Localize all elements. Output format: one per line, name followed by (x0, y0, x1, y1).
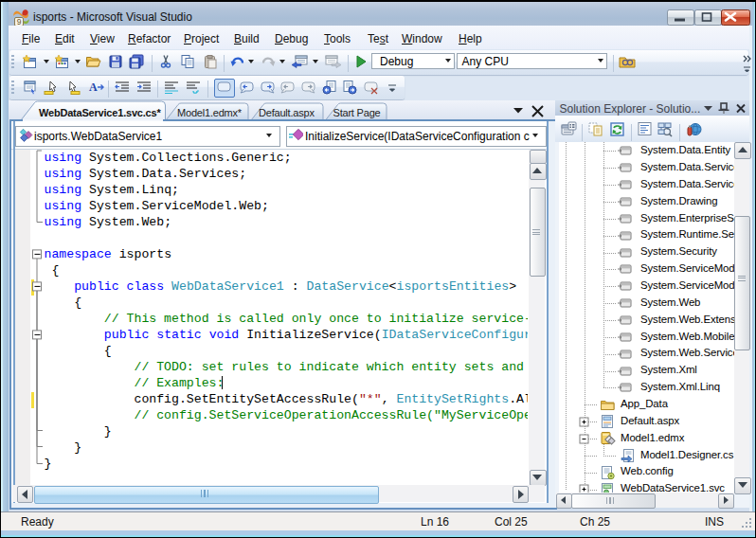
svg-text:A: A (89, 81, 98, 94)
